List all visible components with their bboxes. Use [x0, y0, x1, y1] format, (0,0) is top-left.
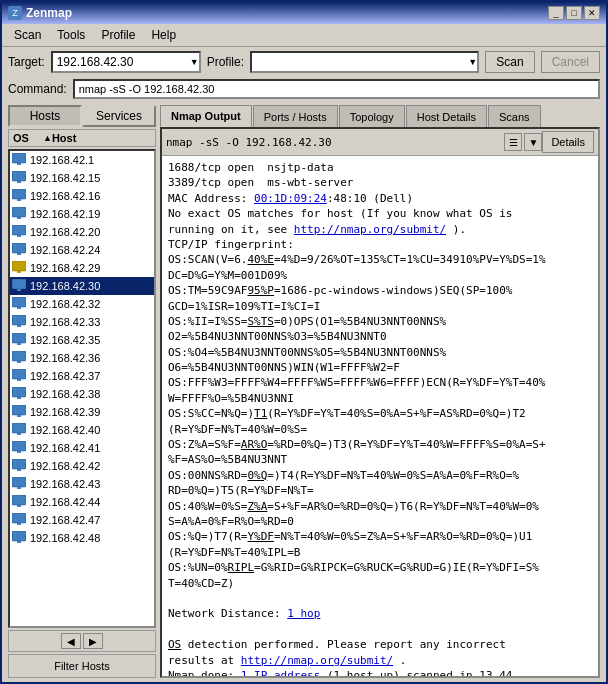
tab-nmap-output[interactable]: Nmap Output: [160, 105, 252, 127]
svg-rect-28: [12, 405, 26, 415]
window-title: Zenmap: [26, 6, 72, 20]
host-list[interactable]: 192.168.42.1 192.168.42.15 192.168.42.16…: [8, 149, 156, 628]
maximize-button[interactable]: □: [566, 6, 582, 20]
hosts-button[interactable]: Hosts: [8, 105, 82, 127]
host-icon: [12, 387, 28, 401]
left-panel: Hosts Services OS ▲ Host 192.168.42.1 19…: [8, 105, 156, 678]
host-icon: [12, 459, 28, 473]
host-row[interactable]: 192.168.42.29: [10, 259, 154, 277]
target-dropdown-wrapper: ▼: [51, 51, 201, 73]
host-list-header: OS ▲ Host: [8, 129, 156, 147]
details-button[interactable]: Details: [542, 131, 594, 153]
output-command: nmap -sS -O 192.168.42.30: [166, 136, 504, 149]
host-ip: 192.168.42.39: [30, 406, 100, 418]
menu-scan[interactable]: Scan: [6, 26, 49, 44]
host-ip: 192.168.42.16: [30, 190, 100, 202]
host-ip: 192.168.42.40: [30, 424, 100, 436]
scan-button[interactable]: Scan: [485, 51, 534, 73]
host-row[interactable]: 192.168.42.32: [10, 295, 154, 313]
host-row-selected[interactable]: 192.168.42.30: [10, 277, 154, 295]
host-row[interactable]: 192.168.42.33: [10, 313, 154, 331]
host-icon: [12, 297, 28, 311]
host-ip: 192.168.42.15: [30, 172, 100, 184]
nav-next-button[interactable]: ▶: [83, 633, 103, 649]
svg-rect-37: [17, 487, 21, 489]
close-button[interactable]: ✕: [584, 6, 600, 20]
menu-help[interactable]: Help: [143, 26, 184, 44]
host-row[interactable]: 192.168.42.19: [10, 205, 154, 223]
svg-rect-13: [17, 271, 21, 273]
output-icon-list[interactable]: ☰: [504, 133, 522, 151]
svg-rect-7: [17, 217, 21, 219]
host-row[interactable]: 192.168.42.40: [10, 421, 154, 439]
svg-rect-16: [12, 297, 26, 307]
host-ip: 192.168.42.38: [30, 388, 100, 400]
menu-bar: Scan Tools Profile Help: [2, 24, 606, 47]
svg-rect-12: [12, 261, 26, 271]
host-icon: [12, 441, 28, 455]
tab-ports-hosts[interactable]: Ports / Hosts: [253, 105, 338, 127]
output-content[interactable]: 1688/tcp open nsjtp-data 3389/tcp open m…: [162, 156, 598, 676]
filter-hosts-button[interactable]: Filter Hosts: [8, 654, 156, 678]
host-icon: [12, 189, 28, 203]
host-icon: [12, 261, 28, 275]
svg-rect-26: [12, 387, 26, 397]
tab-topology[interactable]: Topology: [339, 105, 405, 127]
host-row[interactable]: 192.168.42.44: [10, 493, 154, 511]
svg-rect-8: [12, 225, 26, 235]
menu-profile[interactable]: Profile: [93, 26, 143, 44]
host-row[interactable]: 192.168.42.48: [10, 529, 154, 547]
output-icon-down[interactable]: ▼: [524, 133, 542, 151]
tab-scans[interactable]: Scans: [488, 105, 541, 127]
svg-rect-19: [17, 325, 21, 327]
minimize-button[interactable]: _: [548, 6, 564, 20]
svg-rect-14: [12, 279, 26, 289]
target-input[interactable]: [51, 51, 201, 73]
right-panel: Nmap Output Ports / Hosts Topology Host …: [160, 105, 600, 678]
svg-rect-15: [17, 289, 21, 291]
svg-rect-34: [12, 459, 26, 469]
profile-dropdown-wrapper: ▼: [250, 51, 479, 73]
nav-prev-button[interactable]: ◀: [61, 633, 81, 649]
host-ip: 192.168.42.32: [30, 298, 100, 310]
command-input[interactable]: [73, 79, 600, 99]
host-icon: [12, 207, 28, 221]
host-ip: 192.168.42.37: [30, 370, 100, 382]
svg-rect-24: [12, 369, 26, 379]
host-ip: 192.168.42.29: [30, 262, 100, 274]
host-row[interactable]: 192.168.42.42: [10, 457, 154, 475]
svg-rect-4: [12, 189, 26, 199]
host-row[interactable]: 192.168.42.24: [10, 241, 154, 259]
host-ip: 192.168.42.48: [30, 532, 100, 544]
host-row[interactable]: 192.168.42.38: [10, 385, 154, 403]
host-icon: [12, 369, 28, 383]
host-row[interactable]: 192.168.42.36: [10, 349, 154, 367]
host-ip: 192.168.42.35: [30, 334, 100, 346]
services-button[interactable]: Services: [82, 105, 156, 127]
host-icon: [12, 171, 28, 185]
host-row[interactable]: 192.168.42.37: [10, 367, 154, 385]
svg-rect-27: [17, 397, 21, 399]
host-ip: 192.168.42.44: [30, 496, 100, 508]
svg-rect-39: [17, 505, 21, 507]
svg-rect-36: [12, 477, 26, 487]
host-row[interactable]: 192.168.42.16: [10, 187, 154, 205]
host-row[interactable]: 192.168.42.41: [10, 439, 154, 457]
command-bar: Command:: [2, 77, 606, 101]
host-row[interactable]: 192.168.42.1: [10, 151, 154, 169]
cancel-button[interactable]: Cancel: [541, 51, 600, 73]
host-row[interactable]: 192.168.42.39: [10, 403, 154, 421]
host-row[interactable]: 192.168.42.15: [10, 169, 154, 187]
host-row[interactable]: 192.168.42.20: [10, 223, 154, 241]
host-row[interactable]: 192.168.42.43: [10, 475, 154, 493]
profile-input[interactable]: [250, 51, 479, 73]
title-bar: Z Zenmap _ □ ✕: [2, 2, 606, 24]
host-row[interactable]: 192.168.42.35: [10, 331, 154, 349]
host-row[interactable]: 192.168.42.47: [10, 511, 154, 529]
menu-tools[interactable]: Tools: [49, 26, 93, 44]
hosts-services-buttons: Hosts Services: [8, 105, 156, 127]
svg-rect-17: [17, 307, 21, 309]
tab-host-details[interactable]: Host Details: [406, 105, 487, 127]
title-bar-left: Z Zenmap: [8, 6, 72, 20]
svg-rect-29: [17, 415, 21, 417]
